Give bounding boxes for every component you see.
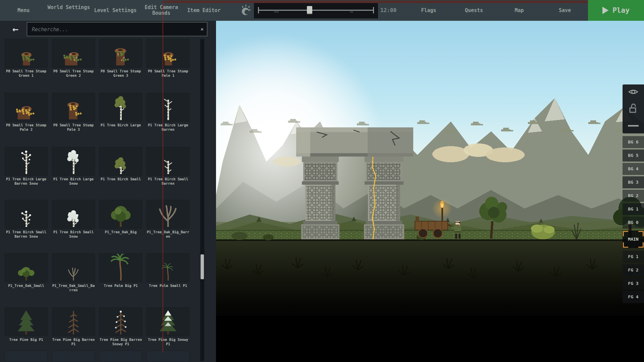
asset-tile[interactable]: P1 Tree Birch Large [99, 93, 142, 135]
panel-scrollbar-track[interactable] [200, 39, 204, 361]
slider-tick [350, 11, 353, 12]
asset-label: P1 Tree Birch Small [99, 177, 142, 181]
clear-search-icon[interactable]: ✕ [201, 22, 204, 36]
asset-tile[interactable]: P1_Tree_Oak_Big_Barren [147, 200, 190, 242]
slider-end-cap [373, 7, 374, 13]
asset-thumbnail-stump-green-3 [99, 39, 142, 68]
asset-tile[interactable]: P1_Tree_Oak_Small [5, 253, 48, 296]
asset-tile[interactable]: P1 Tree Birch Small Snow [52, 200, 95, 242]
level-editor-window: Menu World Settings Level Settings Edit … [0, 0, 644, 362]
layer-button-bg-3[interactable]: BG 3 [623, 176, 644, 188]
day-night-clock-icon [239, 4, 252, 18]
layer-button-bg-4[interactable]: BG 4 [623, 163, 644, 175]
asset-tile[interactable]: Tree Pine Big Barren P1 [52, 307, 95, 350]
asset-label: P0 Small Tree Stump Green 3 [99, 69, 142, 78]
item-editor-button[interactable]: Item Editor [187, 0, 220, 21]
asset-label: Tree Palm Small P1 [147, 284, 190, 288]
asset-tile[interactable]: Tree Palm Big P1 [99, 253, 142, 296]
world-settings-button[interactable]: World Settings [47, 0, 91, 21]
layer-list: BG 6BG 5BG 4BG 3BG 2BG 1BG 0MAINFG 1FG 2… [623, 136, 644, 303]
level-settings-button[interactable]: Level Settings [94, 0, 137, 21]
asset-tile[interactable]: P1_Tree_Oak_Big [99, 200, 142, 242]
time-of-day-slider[interactable] [254, 2, 378, 18]
save-button[interactable]: Save [559, 0, 571, 21]
asset-thumbnail-oak-small-barren [52, 253, 95, 282]
layer-tools-box [623, 84, 644, 133]
slider-track[interactable] [258, 10, 374, 11]
asset-thumbnail-palm-big [99, 253, 142, 282]
layer-button-fg-4[interactable]: FG 4 [623, 291, 644, 303]
quests-button[interactable]: Quests [465, 0, 483, 21]
asset-tile[interactable]: P1 Tree Birch Large Barren Snow [5, 147, 48, 189]
asset-thumbnail-birch-small-snow [52, 200, 95, 229]
asset-thumbnail-stump-pale-3 [52, 93, 95, 122]
asset-thumbnail-birch-large-barren [147, 93, 190, 122]
asset-tile[interactable]: P1 Tree Birch Large Snow [52, 147, 95, 189]
top-toolbar: Menu World Settings Level Settings Edit … [0, 0, 644, 21]
asset-label: P1_Tree_Oak_Small [5, 284, 48, 288]
asset-browser-panel: ← ✕ P0 Small Tree Stump Green 1P0 Small … [0, 21, 216, 362]
layer-button-fg-1[interactable]: FG 1 [623, 251, 644, 263]
asset-label: P1 Tree Birch Large Snow [52, 177, 95, 186]
layer-button-main[interactable]: MAIN [623, 231, 644, 248]
asset-label: Tree Pine Big Barren Snowy P1 [99, 338, 142, 346]
asset-label: Tree Pine Big P1 [5, 338, 48, 342]
asset-label: P1 Tree Birch Large [99, 123, 142, 127]
asset-label: Tree Pine Big Barren P1 [52, 338, 95, 346]
asset-tile[interactable]: P1 Tree Birch Small Barren Snow [5, 200, 48, 242]
layer-button-bg-2[interactable]: BG 2 [623, 190, 644, 202]
back-arrow-button[interactable]: ← [9, 23, 21, 35]
asset-label: Tree Palm Big P1 [99, 284, 142, 288]
time-slider-handle[interactable] [307, 6, 312, 14]
asset-tile[interactable]: P0 Small Tree Stump Green 3 [99, 39, 142, 81]
asset-tile-partial[interactable] [99, 351, 142, 362]
asset-thumbnail-palm-small [147, 253, 190, 282]
layer-button-bg-6[interactable]: BG 6 [623, 136, 644, 148]
asset-tile[interactable]: P1 Tree Birch Small Barren [147, 147, 190, 189]
asset-tile[interactable]: P1 Tree Birch Small [99, 147, 142, 189]
edit-camera-bounds-button[interactable]: Edit Camera Bounds [139, 0, 183, 21]
asset-tile-partial[interactable] [5, 351, 48, 362]
panel-scrollbar-thumb[interactable] [201, 254, 204, 279]
eye-icon[interactable] [628, 88, 638, 97]
asset-tile[interactable]: P1_Tree_Oak_Small_Barren [52, 253, 95, 296]
asset-tile[interactable]: P0 Small Tree Stump Green 1 [5, 39, 48, 81]
asset-tile-partial[interactable] [52, 351, 95, 362]
asset-label: Tree Pine Big Snowy P1 [147, 338, 190, 346]
asset-tile-partial[interactable] [147, 351, 190, 362]
asset-tile[interactable]: Tree Palm Small P1 [147, 253, 190, 296]
camera-bounds-top-line [163, 1, 588, 3]
map-button[interactable]: Map [515, 0, 524, 21]
asset-thumbnail-stump-pale-1 [147, 39, 190, 68]
asset-thumbnail-oak-big-barren [147, 200, 190, 229]
asset-label: P1_Tree_Oak_Big_Barren [147, 230, 190, 239]
menu-button[interactable]: Menu [17, 0, 30, 21]
search-input[interactable] [31, 22, 190, 37]
asset-tile[interactable]: Tree Pine Big Snowy P1 [147, 307, 190, 350]
asset-thumbnail-oak-big [99, 200, 142, 229]
asset-thumbnail-oak-small [5, 253, 48, 282]
flags-button[interactable]: Flags [421, 0, 436, 21]
asset-tile[interactable]: P0 Small Tree Stump Green 2 [52, 39, 95, 81]
asset-tile[interactable]: P1 Tree Birch Large Barren [147, 93, 190, 135]
camera-bounds-left-line [162, 3, 163, 353]
level-canvas[interactable] [216, 21, 644, 362]
asset-tile[interactable]: P0 Small Tree Stump Pale 3 [52, 93, 95, 135]
asset-tile[interactable]: P0 Small Tree Stump Pale 2 [5, 93, 48, 135]
asset-label: P1 Tree Birch Small Barren [147, 177, 190, 186]
play-button[interactable]: Play [588, 0, 644, 21]
asset-thumbnail-stump-pale-2 [5, 93, 48, 122]
asset-thumbnail-birch-large-snow [52, 147, 95, 176]
layer-button-fg-2[interactable]: FG 2 [623, 264, 644, 276]
asset-tile[interactable]: P0 Small Tree Stump Pale 1 [147, 39, 190, 81]
asset-label: P1 Tree Birch Large Barren [147, 123, 190, 132]
asset-tile[interactable]: Tree Pine Big Barren Snowy P1 [99, 307, 142, 350]
layer-button-bg-5[interactable]: BG 5 [623, 149, 644, 162]
layer-button-bg-1[interactable]: BG 1 [623, 203, 644, 215]
layer-button-bg-0[interactable]: BG 0 [623, 217, 644, 229]
unlock-icon[interactable] [629, 103, 638, 115]
asset-tile[interactable]: Tree Pine Big P1 [5, 307, 48, 350]
layer-button-fg-3[interactable]: FG 3 [623, 278, 644, 290]
collapse-dash-icon[interactable] [628, 122, 639, 128]
asset-thumbnail-birch-large-barren-snow [5, 147, 48, 176]
